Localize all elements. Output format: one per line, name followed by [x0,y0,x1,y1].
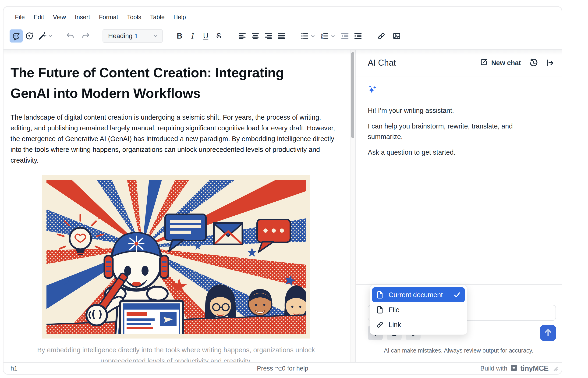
assistant-message: I can help you brainstorm, rewrite, tran… [368,121,542,142]
italic-label: I [192,32,194,40]
magic-wand-button[interactable] [36,29,49,42]
outdent-button [338,29,352,42]
menu-format[interactable]: Format [95,12,122,22]
main-area: The Future of Content Creation: Integrat… [3,49,562,362]
brand-name: tinyMCE [521,364,549,373]
indent-button[interactable] [352,29,365,42]
menubar: File Edit View Insert Format Tools Table… [3,7,562,25]
align-justify-icon [277,31,286,40]
undo-icon [66,31,75,40]
file-icon [376,306,384,314]
ai-chat-panel: AI Chat New chat [355,50,562,362]
menu-item-current-document[interactable]: Current document [372,287,465,302]
redo-icon [81,31,90,40]
envelope [214,223,242,244]
robot-illustration-image[interactable] [42,175,310,338]
editor-scrollbar-thumb[interactable] [351,52,354,138]
link-icon [377,31,386,40]
editor-scrollbar[interactable] [350,50,355,362]
numbered-list-button[interactable]: 123 [318,29,331,42]
document-icon [376,291,384,299]
strikethrough-button[interactable]: S [212,29,225,42]
ai-chat-icon [12,31,21,40]
bullet-list-icon [300,31,309,40]
ai-shortcuts-button[interactable] [23,29,36,42]
statusbar: h1 Press ⌥0 for help Build with tinyMCE [3,362,562,374]
menu-item-label: Link [389,321,401,329]
bold-button[interactable]: B [173,29,186,42]
chat-panel-title: AI Chat [368,58,396,68]
document-paragraph[interactable]: The landscape of digital content creatio… [11,112,340,166]
menu-item-link[interactable]: Link [372,317,465,332]
menu-file[interactable]: File [12,12,28,22]
link-icon [376,321,384,329]
undo-button[interactable] [64,29,77,42]
brand-prefix: Build with [480,365,508,372]
document-title-line1: The Future of Content Creation: Integrat… [11,62,342,83]
italic-button[interactable]: I [186,29,199,42]
bullet-list-chevron[interactable] [310,33,316,39]
menu-item-label: Current document [389,291,443,299]
resize-handle-icon[interactable] [551,364,558,372]
align-left-button[interactable] [236,29,249,42]
collapse-right-icon [546,59,554,67]
chat-header: AI Chat New chat [356,50,562,76]
menu-insert[interactable]: Insert [71,12,94,22]
align-center-button[interactable] [249,29,262,42]
new-chat-button[interactable]: New chat [480,58,521,68]
sparkles-icon [368,85,551,96]
laptop [105,301,197,338]
underline-label: U [203,32,208,40]
assistant-message: Hi! I’m your writing assistant. [368,105,542,116]
image-caption-line2: unprecedented levels of productivity and… [11,356,342,362]
insert-image-button[interactable] [390,29,403,42]
strikethrough-label: S [216,32,221,40]
menu-view[interactable]: View [50,12,70,22]
align-right-button[interactable] [262,29,275,42]
assistant-message: Ask a question to get started. [368,147,542,158]
indent-icon [353,31,362,40]
menu-tools[interactable]: Tools [124,12,145,22]
toolbar: Heading 1 B I U S 123 [3,25,562,49]
heading-format-select[interactable]: Heading 1 [103,29,163,43]
insert-link-button[interactable] [375,29,388,42]
magic-wand-icon [38,31,47,40]
editor-content[interactable]: The Future of Content Creation: Integrat… [3,50,350,362]
align-left-icon [238,31,247,40]
align-justify-button[interactable] [275,29,288,42]
chat-history-button[interactable] [529,58,538,67]
document-title[interactable]: The Future of Content Creation: Integrat… [11,62,342,104]
ai-chat-button[interactable] [10,29,23,42]
send-button[interactable] [540,325,556,341]
chevron-down-icon [153,33,158,39]
send-arrow-icon [543,327,553,338]
new-chat-label: New chat [491,59,521,67]
numbered-list-icon: 123 [320,31,329,40]
menu-item-file[interactable]: File [372,302,465,317]
menu-edit[interactable]: Edit [30,12,48,22]
element-path[interactable]: h1 [11,365,17,372]
numbered-list-chevron[interactable] [330,33,336,39]
bullet-list-button[interactable] [298,29,311,42]
image-icon [392,31,401,40]
collapse-panel-button[interactable] [546,59,554,67]
new-chat-icon [480,58,488,68]
image-caption-line1: By embedding intelligence directly into … [11,345,342,356]
chat-message-list: Hi! I’m your writing assistant. I can he… [356,76,562,284]
menu-help[interactable]: Help [170,12,189,22]
history-icon [529,58,538,67]
document-figure[interactable]: By embedding intelligence directly into … [11,175,342,362]
heading-format-value: Heading 1 [108,32,138,40]
redo-button[interactable] [79,29,92,42]
ai-shortcuts-icon [25,31,34,40]
image-caption[interactable]: By embedding intelligence directly into … [11,345,342,362]
branding[interactable]: Build with tinyMCE [480,364,558,373]
attach-source-menu: Current document File Link [370,285,467,335]
magic-wand-chevron[interactable] [47,33,53,39]
menu-item-label: File [389,306,400,314]
underline-button[interactable]: U [199,29,212,42]
ai-disclaimer: AI can make mistakes. Always review outp… [368,347,556,354]
editor-window: File Edit View Insert Format Tools Table… [3,6,562,375]
menu-table[interactable]: Table [147,12,168,22]
document-title-line2: GenAI into Modern Workflows [11,83,342,104]
